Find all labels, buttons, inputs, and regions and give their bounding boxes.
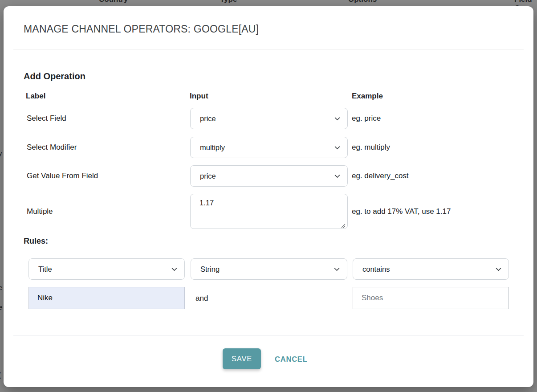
rules-heading: Rules: xyxy=(24,237,48,246)
background-column-country: Country xyxy=(99,0,128,4)
chevron-down-icon xyxy=(333,114,341,122)
select-modifier-example: eg. multiply xyxy=(352,143,390,152)
operation-row-select-field: Select Field price eg. price xyxy=(4,108,533,129)
select-field-dropdown[interactable]: price xyxy=(190,108,348,129)
background-fragment: e xyxy=(0,303,2,311)
multiple-example: eg. to add 17% VAT, use 1.17 xyxy=(352,207,451,216)
rule-value-input[interactable] xyxy=(28,287,185,309)
rules-divider-top xyxy=(24,255,512,255)
rule-type-value: String xyxy=(191,265,220,274)
get-value-from-field-example: eg. delivery_cost xyxy=(352,172,409,180)
background-fragment: ( xyxy=(0,371,1,379)
rule-second-value-input[interactable] xyxy=(353,287,509,309)
background-fragment: e xyxy=(0,284,2,291)
rules-divider-middle xyxy=(24,284,512,284)
chevron-down-icon xyxy=(494,265,502,273)
rule-field-dropdown[interactable]: Title xyxy=(28,258,185,280)
select-field-value: price xyxy=(191,114,216,123)
select-modifier-label: Select Modifier xyxy=(27,143,77,152)
select-field-example: eg. price xyxy=(352,114,381,123)
column-header-input: Input xyxy=(190,92,208,101)
chevron-down-icon xyxy=(170,265,178,273)
get-value-from-field-value: price xyxy=(191,172,216,180)
background-table-header-strip: Country Type Options Field Op xyxy=(0,0,537,6)
get-value-from-field-dropdown[interactable]: price xyxy=(190,165,348,187)
add-operation-heading: Add Operation xyxy=(24,71,85,82)
footer-divider xyxy=(13,335,524,335)
operation-row-multiple: Multiple 1.17 eg. to add 17% VAT, use 1.… xyxy=(4,194,533,229)
manage-channel-operators-dialog: MANAGE CHANNEL OPERATORS: GOOGLE[AU] Add… xyxy=(4,6,533,387)
operation-row-get-value-from-field: Get Value From Field price eg. delivery_… xyxy=(4,165,533,187)
rule-connector-text: and xyxy=(195,294,208,303)
rules-divider-bottom xyxy=(24,312,512,312)
background-column-type: Type xyxy=(220,0,237,4)
background-fragment: y xyxy=(0,149,2,157)
cancel-button[interactable]: CANCEL xyxy=(275,355,308,363)
multiple-label: Multiple xyxy=(27,207,53,216)
header-divider xyxy=(13,49,524,49)
multiple-input[interactable]: 1.17 xyxy=(190,194,348,229)
select-field-label: Select Field xyxy=(27,114,66,123)
select-modifier-value: multiply xyxy=(191,143,225,152)
column-header-label: Label xyxy=(26,92,45,101)
chevron-down-icon xyxy=(333,265,341,273)
dialog-title: MANAGE CHANNEL OPERATORS: GOOGLE[AU] xyxy=(24,23,259,35)
chevron-down-icon xyxy=(333,172,341,180)
rule-type-dropdown[interactable]: String xyxy=(191,258,347,280)
operation-row-select-modifier: Select Modifier multiply eg. multiply xyxy=(4,137,533,158)
get-value-from-field-label: Get Value From Field xyxy=(27,172,98,180)
chevron-down-icon xyxy=(333,143,341,151)
save-button[interactable]: SAVE xyxy=(223,348,261,369)
select-modifier-dropdown[interactable]: multiply xyxy=(190,137,348,158)
rule-field-value: Title xyxy=(29,265,52,274)
background-column-options: Options xyxy=(348,0,377,4)
rule-operator-dropdown[interactable]: contains xyxy=(353,258,509,280)
background-column-field-op: Field Op xyxy=(514,0,537,6)
background-left-edge-strip: y e e ( xyxy=(0,0,4,392)
rule-operator-value: contains xyxy=(353,265,390,274)
column-header-example: Example xyxy=(352,92,383,101)
